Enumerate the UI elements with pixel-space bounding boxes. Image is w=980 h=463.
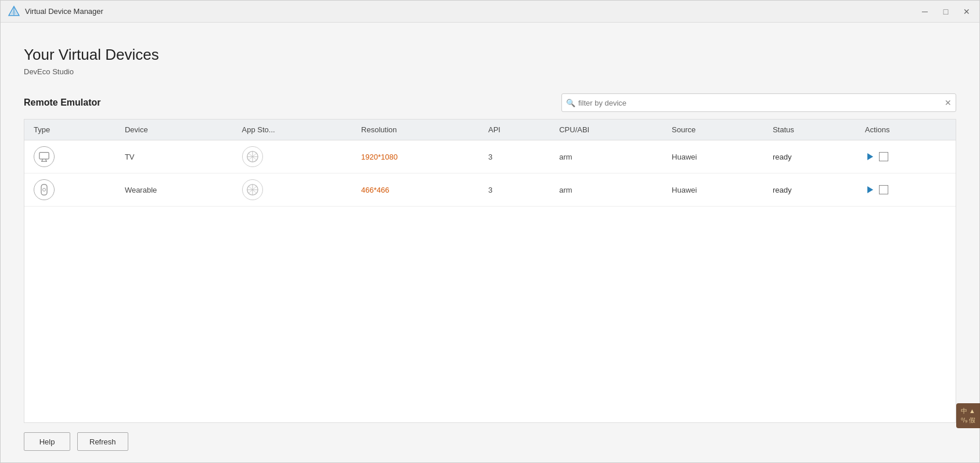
cell-source: Huawei: [662, 140, 763, 173]
cell-app-store: [233, 173, 352, 207]
col-status: Status: [763, 120, 856, 140]
play-button[interactable]: [865, 185, 874, 194]
maximize-button[interactable]: □: [940, 6, 952, 17]
section-header: Remote Emulator 🔍 ✕: [24, 93, 956, 112]
select-checkbox[interactable]: [879, 152, 888, 161]
ime-line1: 中 ▲: [961, 407, 975, 415]
cell-device-name: TV: [116, 140, 233, 173]
title-bar: Virtual Device Manager ─ □ ✕: [1, 1, 979, 23]
cell-status: ready: [763, 173, 856, 207]
play-button[interactable]: [865, 152, 874, 161]
col-actions: Actions: [856, 120, 956, 140]
cell-type: [24, 173, 116, 207]
page-subtitle: DevEco Studio: [24, 67, 956, 76]
svg-line-5: [45, 159, 46, 161]
svg-rect-13: [41, 185, 47, 195]
table-header-row: Type Device App Sto... Resolution API CP…: [24, 120, 956, 140]
col-api: API: [479, 120, 550, 140]
cell-api: 3: [479, 173, 550, 207]
table-body: TV 1920*10803armHuaweiready Wearable 466…: [24, 140, 956, 207]
ime-indicator: 中 ▲ ⁰/₉ 假: [956, 403, 980, 428]
table-row: Wearable 466*4663armHuaweiready: [24, 173, 956, 207]
svg-point-14: [43, 189, 46, 191]
cell-app-store: [233, 140, 352, 173]
svg-line-4: [42, 159, 43, 161]
cell-api: 3: [479, 140, 550, 173]
cell-actions: [856, 173, 956, 207]
page-title: Your Virtual Devices: [24, 46, 956, 64]
watch-icon: [34, 179, 55, 200]
app-logo-icon: [8, 5, 20, 18]
cell-device-name: Wearable: [116, 173, 233, 207]
col-app-store: App Sto...: [233, 120, 352, 140]
help-button[interactable]: Help: [24, 432, 70, 451]
footer: Help Refresh: [24, 423, 956, 451]
cell-type: [24, 140, 116, 173]
col-cpu-abi: CPU/ABI: [550, 120, 662, 140]
svg-marker-20: [867, 186, 873, 193]
cell-resolution: 466*466: [352, 173, 479, 207]
col-source: Source: [662, 120, 763, 140]
cell-source: Huawei: [662, 173, 763, 207]
app-store-icon: [242, 179, 263, 200]
cell-status: ready: [763, 140, 856, 173]
close-button[interactable]: ✕: [961, 6, 972, 17]
ime-line2: ⁰/₉ 假: [961, 416, 975, 425]
svg-rect-3: [39, 153, 49, 159]
col-device: Device: [116, 120, 233, 140]
section-title: Remote Emulator: [24, 97, 100, 108]
cell-resolution: 1920*1080: [352, 140, 479, 173]
filter-wrapper: 🔍 ✕: [561, 93, 956, 112]
cell-cpu-abi: arm: [550, 173, 662, 207]
device-table-container: Type Device App Sto... Resolution API CP…: [24, 119, 956, 423]
filter-input[interactable]: [561, 93, 956, 112]
main-content: Your Virtual Devices DevEco Studio Remot…: [1, 23, 979, 462]
svg-marker-12: [867, 153, 873, 160]
select-checkbox[interactable]: [879, 185, 888, 194]
cell-cpu-abi: arm: [550, 140, 662, 173]
minimize-button[interactable]: ─: [919, 6, 931, 17]
col-resolution: Resolution: [352, 120, 479, 140]
device-table: Type Device App Sto... Resolution API CP…: [24, 120, 956, 207]
app-store-icon: [242, 146, 263, 167]
tv-icon: [34, 146, 55, 167]
window-controls: ─ □ ✕: [919, 6, 972, 17]
refresh-button[interactable]: Refresh: [77, 432, 128, 451]
table-row: TV 1920*10803armHuaweiready: [24, 140, 956, 173]
col-type: Type: [24, 120, 116, 140]
search-icon: 🔍: [566, 99, 575, 107]
clear-filter-icon[interactable]: ✕: [945, 98, 952, 107]
main-window: Virtual Device Manager ─ □ ✕ Your Virtua…: [0, 0, 980, 463]
app-title: Virtual Device Manager: [25, 7, 919, 16]
cell-actions: [856, 140, 956, 173]
